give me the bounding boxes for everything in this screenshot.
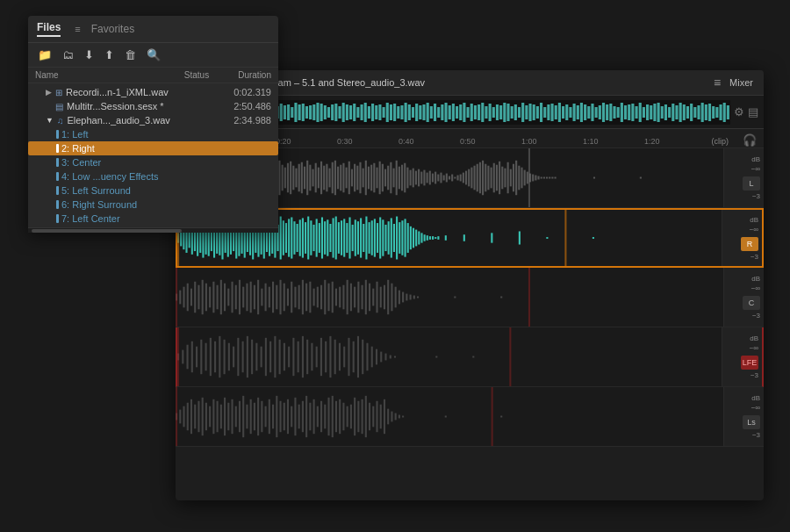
channel-btn-Ls[interactable]: Ls: [743, 415, 760, 429]
svg-rect-134: [664, 104, 667, 120]
svg-rect-60: [393, 104, 396, 121]
svg-rect-521: [509, 327, 511, 386]
sub-track-row[interactable]: 3: Center: [28, 155, 278, 169]
waveform-Ls[interactable]: [176, 387, 723, 446]
sub-track-row[interactable]: 1: Left: [28, 127, 278, 141]
channel-btn-LFE[interactable]: LFE: [741, 356, 758, 370]
svg-rect-192: [284, 168, 286, 189]
file-row[interactable]: ▶ ▤ Multitr...Session.sesx * 2:50.486: [28, 99, 278, 113]
svg-rect-350: [329, 224, 331, 252]
svg-rect-575: [369, 403, 370, 431]
scrollbar-thumb[interactable]: [32, 229, 182, 233]
svg-rect-61: [397, 106, 399, 119]
svg-rect-131: [653, 104, 656, 121]
search-icon[interactable]: 🔍: [144, 47, 163, 62]
svg-rect-115: [595, 107, 598, 118]
svg-rect-30: [284, 105, 286, 119]
svg-rect-95: [521, 103, 524, 122]
folder-icon[interactable]: 📁: [35, 47, 54, 62]
svg-rect-432: [298, 285, 300, 310]
svg-rect-557: [302, 401, 304, 432]
svg-rect-273: [510, 169, 512, 187]
svg-rect-429: [287, 289, 289, 306]
svg-rect-368: [379, 217, 381, 258]
svg-rect-266: [491, 168, 492, 189]
db-inf-C: −∞: [751, 284, 760, 292]
file-row[interactable]: ▶ ⊞ Recordi...n-1_iXML.wav 0:02.319: [28, 85, 278, 99]
svg-rect-117: [602, 103, 605, 122]
import-icon[interactable]: ⬇: [82, 47, 97, 62]
svg-rect-109: [573, 104, 576, 121]
svg-rect-552: [284, 403, 285, 431]
mixer-button[interactable]: Mixer: [729, 77, 753, 88]
download-icon[interactable]: ⬆: [102, 47, 117, 62]
svg-rect-404: [194, 282, 196, 313]
svg-rect-449: [362, 285, 363, 310]
tab-favorites[interactable]: Favorites: [91, 23, 134, 35]
svg-rect-31: [287, 104, 290, 120]
db-bot-C: −3: [752, 312, 760, 320]
svg-rect-577: [376, 401, 377, 432]
svg-rect-34: [298, 104, 301, 120]
svg-rect-123: [624, 105, 627, 119]
sub-track-row[interactable]: 7: Left Center: [28, 212, 278, 226]
col-name-header: Name: [35, 70, 175, 80]
svg-rect-270: [501, 167, 503, 190]
svg-rect-42: [327, 107, 330, 118]
svg-rect-359: [355, 219, 356, 255]
settings-icon[interactable]: ⚙: [734, 105, 744, 119]
svg-rect-147: [712, 106, 715, 119]
sub-track-row[interactable]: 5: Left Surround: [28, 183, 278, 198]
file-duration: 2:50.486: [219, 101, 271, 111]
file-row[interactable]: ▼ ♫ Elephan..._audio_3.wav 2:34.988: [28, 113, 278, 127]
tab-files[interactable]: Files: [37, 21, 61, 37]
svg-rect-480: [224, 340, 226, 374]
svg-rect-100: [540, 103, 542, 122]
grid-icon[interactable]: ▤: [748, 105, 758, 119]
svg-rect-293: [528, 148, 530, 207]
panel-menu-icon[interactable]: ≡: [75, 24, 80, 34]
db-top-R: dB: [750, 216, 758, 224]
svg-rect-108: [569, 107, 571, 118]
svg-rect-481: [228, 343, 230, 371]
svg-rect-536: [224, 398, 226, 435]
svg-rect-53: [368, 106, 370, 119]
delete-icon[interactable]: 🗑: [122, 47, 139, 62]
svg-rect-439: [324, 280, 326, 314]
ruler-mark-2: 0:30: [337, 137, 353, 146]
svg-rect-502: [325, 341, 327, 372]
svg-rect-533: [212, 399, 214, 434]
channel-btn-R[interactable]: R: [741, 237, 758, 251]
svg-rect-191: [282, 165, 284, 191]
sub-track-row[interactable]: 4: Low ...uency Effects: [28, 169, 278, 183]
track-row-Ls: dB −∞ Ls −3: [176, 387, 764, 447]
svg-rect-141: [690, 104, 693, 121]
svg-rect-412: [224, 284, 226, 312]
channel-btn-L[interactable]: L: [743, 176, 760, 191]
channel-btn-C[interactable]: C: [743, 296, 760, 310]
svg-rect-571: [354, 398, 356, 435]
svg-rect-195: [292, 166, 294, 191]
svg-rect-461: [406, 294, 407, 301]
svg-rect-353: [338, 222, 340, 254]
headphone-icon[interactable]: 🎧: [743, 133, 757, 147]
svg-rect-568: [342, 403, 344, 431]
scrollbar-area[interactable]: [28, 227, 278, 233]
svg-rect-66: [415, 104, 418, 121]
svg-rect-448: [357, 282, 359, 313]
svg-rect-476: [205, 343, 207, 371]
folder-open-icon[interactable]: 🗂: [60, 47, 76, 62]
db-bot-L: −3: [752, 192, 760, 200]
svg-rect-242: [423, 170, 425, 186]
svg-rect-456: [387, 280, 389, 314]
waveform-C[interactable]: [176, 268, 723, 327]
sub-track-row[interactable]: 6: Right Surround: [28, 198, 278, 212]
svg-rect-55: [375, 105, 377, 119]
svg-rect-245: [432, 174, 434, 183]
svg-rect-561: [317, 406, 319, 428]
waveform-LFE[interactable]: [177, 327, 722, 386]
sub-track-row-selected[interactable]: 2: Right: [28, 141, 278, 155]
db-inf-Ls: −∞: [751, 404, 760, 412]
editor-menu-icon[interactable]: ≡: [714, 75, 721, 90]
svg-rect-253: [454, 177, 456, 179]
